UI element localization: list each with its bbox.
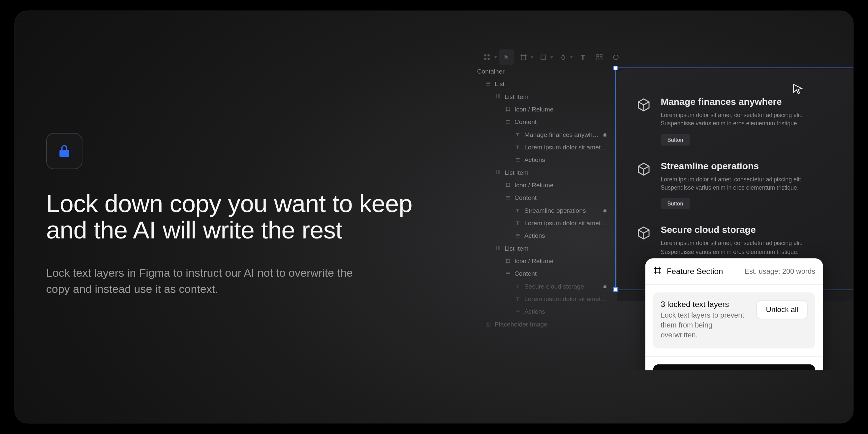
popup-title: Feature Section <box>667 267 723 276</box>
feature-title: Streamline operations <box>660 161 809 172</box>
list-icon <box>515 232 521 239</box>
layer-list[interactable]: List <box>475 78 612 90</box>
text-icon <box>515 220 521 226</box>
layers-panel: Container List List Item Icon / Relume C… <box>475 65 612 330</box>
divider <box>645 356 823 356</box>
stack-icon <box>495 245 501 251</box>
move-tool-icon[interactable] <box>479 50 495 65</box>
layer-icon-relume[interactable]: Icon / Relume <box>475 178 612 191</box>
cube-icon <box>637 98 651 112</box>
cursor-icon <box>792 83 804 97</box>
layer-text-lorem[interactable]: Lorem ipsum dolor sit amet, conse… <box>475 292 612 305</box>
svg-rect-1 <box>485 58 487 60</box>
svg-rect-8 <box>540 55 545 59</box>
cube-icon <box>637 226 651 240</box>
text-icon <box>515 296 521 302</box>
resources-tool-icon[interactable] <box>591 50 607 65</box>
ai-copy-popup: Feature Section Est. usage: 200 words 3 … <box>645 258 823 370</box>
image-icon <box>485 320 491 327</box>
layer-content[interactable]: Content <box>475 116 612 128</box>
frame-tool-icon[interactable] <box>516 50 531 65</box>
svg-point-13 <box>613 55 618 59</box>
headline: Lock down copy you want to keep and the … <box>46 190 426 243</box>
layer-actions[interactable]: Actions <box>475 229 612 242</box>
feature-desc: Lorem ipsum dolor sit amet, consectetur … <box>660 175 809 192</box>
text-tool-icon[interactable] <box>575 50 590 65</box>
pen-tool-icon[interactable] <box>555 50 570 65</box>
layer-actions[interactable]: Actions <box>475 153 612 166</box>
lock-icon <box>602 283 608 289</box>
layer-text-lorem[interactable]: Lorem ipsum dolor sit amet, conse… <box>475 216 612 229</box>
frame-icon <box>504 106 511 113</box>
svg-point-57 <box>487 323 488 324</box>
chevron-down-icon[interactable]: ▾ <box>494 54 498 60</box>
feature-card: Lock down copy you want to keep and the … <box>14 10 854 424</box>
list-icon <box>504 194 511 201</box>
svg-rect-12 <box>600 58 602 60</box>
svg-rect-10 <box>600 54 602 56</box>
frame-icon <box>653 266 662 276</box>
rectangle-tool-icon[interactable] <box>535 50 551 65</box>
feature-title: Manage finances anywhere <box>660 97 809 107</box>
layer-text-title[interactable]: Streamline operations <box>475 204 612 216</box>
text-icon <box>515 131 521 137</box>
lock-tile <box>46 133 83 169</box>
lock-icon <box>602 208 608 213</box>
text-icon <box>515 144 521 150</box>
list-icon <box>515 308 521 315</box>
lock-icon <box>57 144 71 158</box>
locked-count: 3 locked text layers <box>660 300 749 309</box>
feature-title: Secure cloud storage <box>660 225 809 236</box>
layer-list-item[interactable]: List Item <box>475 166 612 178</box>
cursor-tool-icon[interactable] <box>499 50 515 65</box>
svg-rect-2 <box>488 54 490 56</box>
list-icon <box>515 156 521 163</box>
layer-icon-relume[interactable]: Icon / Relume <box>475 254 612 267</box>
feature-item: Manage finances anywhere Lorem ipsum dol… <box>637 97 843 146</box>
layer-text-title[interactable]: Secure cloud storage <box>475 280 612 292</box>
layer-content[interactable]: Content <box>475 267 612 280</box>
subheading: Lock text layers in Figma to instruct ou… <box>46 265 363 298</box>
feature-button[interactable]: Button <box>660 198 690 209</box>
svg-rect-9 <box>597 54 598 56</box>
chevron-down-icon[interactable]: ▾ <box>550 54 554 60</box>
layer-actions[interactable]: Actions <box>475 305 612 318</box>
layer-list-item[interactable]: List Item <box>475 90 612 102</box>
svg-rect-3 <box>488 58 490 60</box>
cube-icon <box>637 162 651 176</box>
locked-desc: Lock text layers to prevent them from be… <box>660 310 749 340</box>
feature-desc: Lorem ipsum dolor sit amet, consectetur … <box>660 111 809 128</box>
locked-layers-notice: 3 locked text layers Lock text layers to… <box>653 292 815 348</box>
generate-copy-button[interactable]: Generate copy <box>653 364 815 370</box>
stack-icon <box>495 169 501 176</box>
stack-icon <box>495 93 501 100</box>
svg-rect-56 <box>486 322 490 326</box>
list-icon <box>504 118 511 125</box>
figma-toolbar: ▾ ▾ ▾ ▾ <box>475 47 628 67</box>
chevron-down-icon[interactable]: ▾ <box>569 54 574 60</box>
figma-preview-clip: ▾ ▾ ▾ ▾ Container List <box>475 47 854 370</box>
svg-rect-0 <box>485 54 487 56</box>
hand-tool-icon[interactable] <box>608 50 623 65</box>
svg-rect-11 <box>597 58 598 60</box>
feature-item: Streamline operations Lorem ipsum dolor … <box>637 161 843 210</box>
layer-text-title[interactable]: Manage finances anywhere <box>475 128 612 141</box>
layer-list-item[interactable]: List Item <box>475 242 612 254</box>
layer-placeholder-image[interactable]: Placeholder Image <box>475 318 612 330</box>
text-icon <box>515 207 521 213</box>
list-icon <box>504 270 511 277</box>
list-icon <box>485 81 491 87</box>
layer-content[interactable]: Content <box>475 191 612 204</box>
layer-icon-relume[interactable]: Icon / Relume <box>475 102 612 115</box>
popup-header: Feature Section Est. usage: 200 words <box>645 258 823 285</box>
feature-button[interactable]: Button <box>660 134 690 146</box>
layer-container[interactable]: Container <box>477 65 612 77</box>
lock-icon <box>602 132 608 137</box>
unlock-all-button[interactable]: Unlock all <box>756 300 807 319</box>
text-icon <box>515 283 521 289</box>
chevron-down-icon[interactable]: ▾ <box>530 54 534 60</box>
layer-text-lorem[interactable]: Lorem ipsum dolor sit amet, conse… <box>475 141 612 153</box>
frame-icon <box>504 182 511 188</box>
usage-estimate: Est. usage: 200 words <box>744 267 815 275</box>
frame-icon <box>504 257 511 264</box>
